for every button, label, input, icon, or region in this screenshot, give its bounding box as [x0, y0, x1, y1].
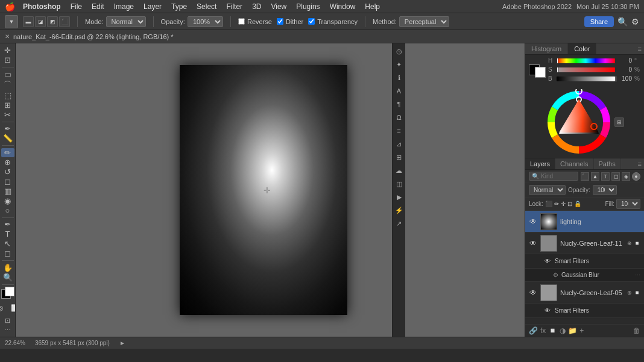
actions-icon[interactable]: ⚡ — [394, 205, 405, 216]
link-layers-button[interactable]: 🔗 — [529, 326, 538, 335]
layer-item[interactable]: ⚙ Gaussian Blur ⋯ — [525, 269, 644, 282]
character-icon[interactable]: A — [394, 86, 405, 96]
layers-tab[interactable]: Layers — [525, 158, 555, 169]
libraries-icon[interactable]: ☁ — [394, 165, 405, 176]
layer-visibility-toggle[interactable]: 👁 — [529, 217, 537, 226]
add-mask-button[interactable]: ◽ — [548, 326, 557, 335]
brush-mode-4[interactable]: ⬛ — [59, 16, 70, 27]
bg-swatch[interactable] — [535, 67, 546, 78]
object-select-tool[interactable]: ⬚ — [1, 91, 14, 100]
standard-mode[interactable]: ◎ — [0, 302, 7, 315]
layer-item[interactable]: 👁 lighting — [525, 211, 644, 232]
screen-mode[interactable]: ⊡ — [1, 317, 14, 325]
hue-thumb[interactable] — [557, 58, 558, 64]
artboard-tool[interactable]: ⊡ — [1, 55, 14, 64]
ruler-tool[interactable]: 📏 — [1, 134, 14, 143]
path-select-tool[interactable]: ↖ — [1, 239, 14, 248]
transparency-checkbox[interactable] — [308, 18, 315, 25]
history-brush-tool[interactable]: ↺ — [1, 167, 14, 176]
opacity-select[interactable]: 100% — [188, 16, 223, 27]
move-tool[interactable]: ✛ — [1, 46, 14, 55]
sat-thumb[interactable] — [557, 67, 558, 73]
status-arrow[interactable]: ► — [119, 340, 125, 346]
delete-layer-button[interactable]: 🗑 — [633, 326, 640, 335]
properties-icon[interactable]: ≡ — [394, 125, 405, 136]
menu-item-file[interactable]: File — [66, 1, 86, 12]
paths-tab[interactable]: Paths — [594, 158, 621, 169]
fill-select[interactable]: 100% — [616, 199, 640, 209]
apple-menu-icon[interactable]: 🍎 — [5, 2, 15, 11]
layer-item[interactable]: 👁 Nucly-Green-Leaf-05 ⊕ ◽ — [525, 282, 644, 304]
menu-item-help[interactable]: Help — [361, 1, 384, 12]
add-style-button[interactable]: fx — [540, 326, 546, 335]
layer-search[interactable]: 🔍 — [529, 172, 578, 181]
eyedropper-tool[interactable]: ✒ — [1, 124, 14, 133]
gradient-tool[interactable]: ▥ — [1, 187, 14, 196]
new-fill-layer-button[interactable]: ◑ — [560, 326, 566, 335]
more-tools[interactable]: ⋯ — [1, 326, 14, 334]
opacity-select[interactable]: 100% — [593, 185, 617, 195]
bri-track[interactable] — [557, 76, 615, 81]
menu-item-plugins[interactable]: Plugins — [292, 1, 324, 12]
clone-stamp-tool[interactable]: ⊕ — [1, 158, 14, 167]
lasso-tool[interactable]: ⌒ — [1, 80, 14, 90]
blend-mode-select[interactable]: Normal — [529, 185, 566, 195]
filter-toggle[interactable]: ● — [632, 172, 640, 181]
filter-options-icon[interactable]: ⋯ — [635, 272, 640, 278]
color-format-button[interactable]: ⊞ — [614, 117, 624, 127]
timeline-icon[interactable]: ▶ — [394, 192, 405, 202]
paragraph-icon[interactable]: ¶ — [394, 99, 405, 110]
layer-comp-icon[interactable]: ◫ — [394, 178, 405, 189]
brush-mode-2[interactable]: ◪ — [35, 16, 46, 27]
document-canvas[interactable]: ✛ — [180, 65, 347, 315]
eraser-tool[interactable]: ◻ — [1, 177, 14, 186]
menu-item-select[interactable]: Select — [192, 1, 221, 12]
mode-select[interactable]: Normal — [106, 16, 146, 27]
search-icon[interactable]: 🔍 — [617, 17, 628, 27]
panel-options-icon[interactable]: ≡ — [636, 43, 644, 54]
layer-visibility-toggle[interactable]: 👁 — [543, 257, 552, 266]
menu-item-type[interactable]: Type — [167, 1, 191, 12]
options-icon[interactable]: ⚙ — [631, 17, 639, 27]
lock-position-icon[interactable]: ✛ — [561, 201, 566, 207]
glyphs-icon[interactable]: Ω — [394, 112, 405, 123]
bri-thumb[interactable] — [615, 76, 617, 82]
color-wheel-container[interactable]: ⊞ — [525, 87, 644, 158]
crop-tool[interactable]: ⊞ — [1, 101, 14, 110]
menu-item-image[interactable]: Image — [110, 1, 138, 12]
reverse-checkbox[interactable] — [238, 18, 245, 25]
lock-image-icon[interactable]: ✏ — [554, 201, 559, 207]
layer-kind-input[interactable] — [541, 173, 571, 179]
layers-options-icon[interactable]: ≡ — [636, 158, 644, 169]
menu-item-view[interactable]: View — [267, 1, 291, 12]
export-icon[interactable]: ↗ — [394, 218, 405, 229]
color-wheel[interactable] — [546, 89, 612, 155]
document-tab[interactable]: ✕ nature_Kat_-66-Edit.psd @ 22.6% (light… — [0, 30, 644, 43]
layer-item[interactable]: 👁 Smart Filters — [525, 304, 644, 318]
color-tab[interactable]: Color — [568, 43, 596, 54]
new-layer-button[interactable]: + — [579, 326, 584, 335]
layer-visibility-toggle[interactable]: 👁 — [529, 239, 537, 248]
menu-item-3d[interactable]: 3D — [248, 1, 265, 12]
fg-bg-swatch-panel[interactable] — [529, 64, 546, 78]
sat-track[interactable] — [557, 67, 615, 72]
blur-tool[interactable]: ◉ — [1, 196, 14, 205]
shape-tool[interactable]: ◻ — [1, 249, 14, 258]
hue-track[interactable] — [557, 58, 615, 63]
type-tool[interactable]: T — [1, 229, 14, 239]
histogram-tab[interactable]: Histogram — [525, 43, 568, 54]
method-select[interactable]: Perceptual — [399, 16, 449, 27]
lock-transparency-icon[interactable]: ⬛ — [545, 201, 552, 207]
layer-item[interactable]: 👁 Nucly-Green-Leaf-11 ⊕ ◽ — [525, 232, 644, 254]
quick-mask-mode[interactable]: ⬜ — [8, 302, 16, 315]
lock-artboard-icon[interactable]: ⊡ — [567, 201, 572, 207]
adj-filter[interactable]: ▲ — [591, 172, 599, 181]
info-icon[interactable]: ℹ — [394, 72, 405, 83]
hand-tool[interactable]: ✋ — [1, 263, 14, 272]
slice-tool[interactable]: ✂ — [1, 110, 14, 119]
pixel-filter[interactable]: ⬛ — [581, 172, 589, 181]
layer-visibility-toggle[interactable]: 👁 — [529, 289, 537, 297]
lock-all-icon[interactable]: 🔒 — [574, 201, 581, 207]
menu-item-edit[interactable]: Edit — [87, 1, 109, 12]
dither-checkbox[interactable] — [277, 18, 283, 25]
